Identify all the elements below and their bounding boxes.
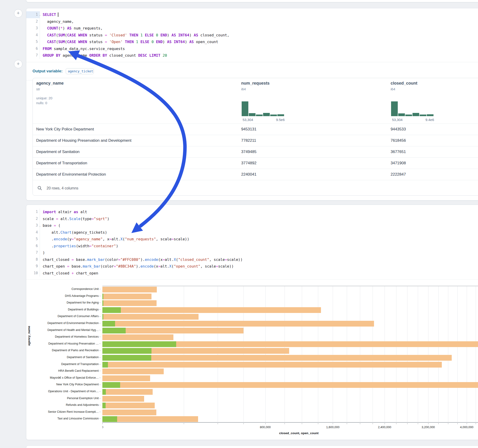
add-cell-button[interactable]: +: [14, 9, 22, 18]
chevron-down-icon[interactable]: ⌄: [39, 12, 41, 19]
bar-closed-count: [102, 314, 199, 320]
gridline: [476, 286, 476, 423]
table-row[interactable]: Department of Sanitation37494853677651: [33, 146, 478, 157]
x-tick: [458, 423, 458, 424]
gridline: [373, 286, 373, 423]
code-token: closed_count,: [198, 33, 229, 37]
code-line[interactable]: 4 alt.Chart(agency_tickets): [26, 229, 478, 236]
code-token: [138, 33, 140, 37]
code-line[interactable]: 5 .encode(y="agency_name", x=alt.X("num_…: [26, 236, 478, 243]
bar-closed-count: [102, 396, 144, 402]
x-tick: [184, 423, 184, 424]
cell-closed-count: 9443533: [391, 127, 406, 132]
table-header: agency_name str unique: 20 nulls: 0 num_…: [33, 78, 478, 124]
table-row[interactable]: New York City Police Department945313194…: [33, 124, 478, 135]
x-tick-label: 2,400,000: [371, 425, 398, 429]
code-token: (: [56, 223, 60, 228]
x-tick: [218, 423, 218, 424]
bar-closed-count: [102, 334, 173, 340]
code-line[interactable]: 4 CAST(SUM(CASE WHEN status = 'Closed' T…: [26, 32, 478, 39]
code-line[interactable]: 1import altair as alt: [26, 209, 478, 216]
gridline: [407, 286, 408, 423]
code-token: END: [160, 33, 167, 37]
code-token: ): [116, 244, 118, 248]
y-axis-label: DHS Advantage Programs: [23, 293, 101, 300]
bar-chart-plot-area: [102, 286, 478, 423]
code-token: closed_count: [107, 53, 138, 58]
x-tick: [265, 423, 266, 424]
y-axis-label: Department of Buildings: [23, 306, 101, 313]
code-line[interactable]: 9chart_open = base.mark_bar(color="#8BC3…: [26, 263, 478, 270]
chevron-down-icon[interactable]: ⌄: [39, 222, 41, 229]
text-caret: [58, 12, 58, 17]
histogram-bar: [270, 115, 277, 116]
x-tick: [284, 423, 285, 424]
y-tick: [99, 391, 101, 392]
code-token: 'Open': [109, 40, 123, 44]
sql-code-editor[interactable]: 1⌄SELECT2 agency_name,3 COUNT(*) AS num_…: [26, 8, 478, 59]
hist-min-label: 53,304: [392, 118, 403, 122]
y-axis-label: Refunds and Adjustments: [23, 402, 101, 409]
code-token: alt.: [43, 230, 60, 235]
code-line[interactable]: 7GROUP BY agency_name ORDER BY closed_co…: [26, 52, 478, 59]
y-axis-label: Taxi and Limousine Commission: [23, 415, 101, 422]
code-token: alt.: [160, 264, 170, 268]
y-tick: [99, 310, 101, 310]
code-line[interactable]: 2 agency_name,: [26, 18, 478, 25]
code-line[interactable]: 8chart_closed = base.mark_bar(color="#FF…: [26, 256, 478, 263]
gridline: [418, 286, 418, 423]
gridline: [333, 286, 333, 423]
line-number: 2: [26, 18, 40, 25]
code-token: scale)): [227, 257, 243, 262]
code-text: CAST(SUM(CASE WHEN status = 'Open' THEN …: [40, 38, 218, 45]
code-token: 0: [156, 33, 158, 37]
histogram-bar: [398, 113, 405, 116]
line-number: 1: [26, 209, 40, 216]
column-name: closed_count: [391, 81, 417, 86]
code-token: ): [189, 33, 194, 37]
code-line[interactable]: 5 CAST(SUM(CASE WHEN status = 'Open' THE…: [26, 38, 478, 45]
bar-open-count: [102, 307, 121, 313]
code-token: SELECT: [43, 12, 56, 17]
table-row[interactable]: Department of Housing Preservation and D…: [33, 135, 478, 146]
code-token: [43, 33, 47, 37]
code-line[interactable]: 2scale = alt.Scale(type="sqrt"): [26, 216, 478, 222]
column-header-closed-count: closed_count i64: [391, 81, 417, 91]
code-line[interactable]: 6FROM sample_data.nyc.service_requests: [26, 45, 478, 52]
code-token: AS: [167, 40, 171, 44]
table-row[interactable]: Department of Transportation377489234719…: [33, 157, 478, 169]
bar-open-count: [102, 314, 103, 320]
gridline: [458, 286, 458, 423]
search-icon[interactable]: [37, 186, 42, 191]
code-token: [154, 40, 156, 44]
x-tick: [428, 423, 428, 424]
output-variable-input[interactable]: agency_tickets: [66, 68, 94, 74]
code-line[interactable]: 7): [26, 249, 478, 256]
code-line[interactable]: 6 .properties(width="container"): [26, 243, 478, 249]
table-row[interactable]: Department of Environmental Protection22…: [33, 169, 478, 180]
gridline: [184, 286, 184, 423]
python-code-editor[interactable]: 1import altair as alt2scale = alt.Scale(…: [26, 205, 478, 277]
code-line[interactable]: 10chart_closed + chart_open: [26, 270, 478, 277]
y-tick: [99, 371, 101, 371]
column-name: num_requests: [241, 81, 270, 86]
column-stat-nulls: nulls: 0: [36, 101, 64, 105]
cell-closed-count: 7618456: [391, 138, 406, 143]
bar-closed-count: [102, 294, 151, 299]
code-line[interactable]: 3 COUNT(*) AS num_requests,: [26, 25, 478, 32]
code-token: ): [43, 250, 45, 255]
y-tick: [99, 412, 101, 412]
code-token: WHEN: [78, 40, 87, 44]
code-line[interactable]: 1⌄SELECT: [26, 11, 478, 18]
code-token: (color: [105, 257, 118, 262]
code-token: 20: [163, 53, 167, 58]
code-token: [107, 33, 109, 37]
code-token: (: [58, 26, 60, 31]
x-tick-label: 1,600,000: [319, 425, 346, 429]
code-text: scale = alt.Scale(type="sqrt"): [40, 216, 109, 222]
bar-closed-count: [102, 375, 150, 381]
line-number: 7: [26, 52, 40, 59]
add-cell-button[interactable]: +: [14, 60, 22, 68]
gridline: [284, 286, 285, 423]
code-line[interactable]: 3⌄base = (: [26, 222, 478, 229]
